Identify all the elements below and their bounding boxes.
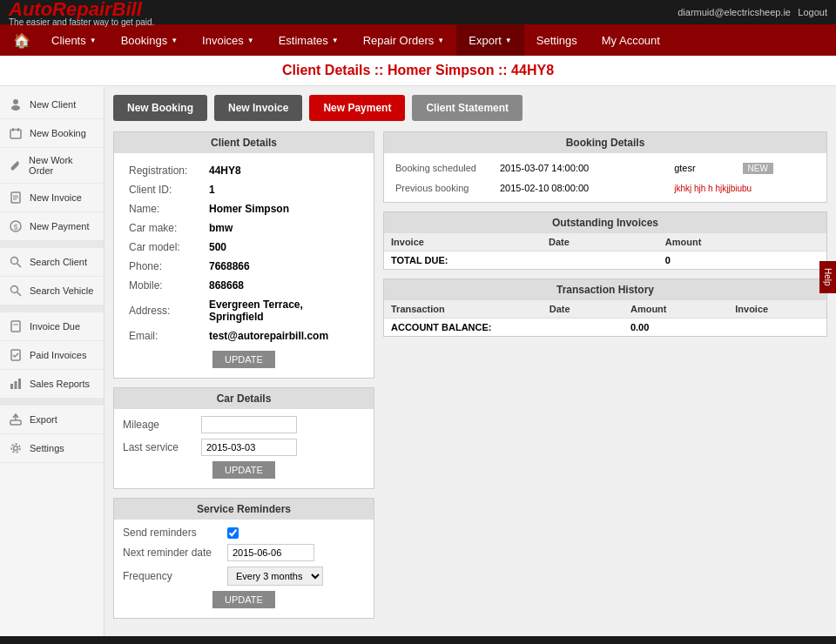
invoices-header-row: Invoice Date Amount (384, 233, 826, 252)
right-side-tab[interactable]: Help (819, 261, 836, 293)
client-details-update-button[interactable]: UPDATE (212, 351, 275, 368)
car-model-row: Car model: 500 (125, 238, 363, 256)
transaction-history-body: Transaction Date Amount Invoice ACCOUNT … (384, 300, 826, 336)
client-details-body: Registration: 44HY8 Client ID: 1 Name: H… (114, 153, 374, 378)
logout-link[interactable]: Logout (798, 7, 827, 17)
new-badge: NEW (743, 163, 773, 174)
car-details-update-button[interactable]: UPDATE (212, 461, 275, 479)
client-id-row: Client ID: 1 (125, 181, 363, 198)
nav-export[interactable]: Export ▼ (456, 24, 524, 56)
last-service-input[interactable] (201, 439, 297, 456)
send-reminders-label: Send reminders (123, 527, 227, 539)
previous-links: jkhkj hjh h hjkjjbiubu (667, 178, 822, 198)
new-booking-button[interactable]: New Booking (113, 95, 207, 121)
client-details-header: Client Details (114, 132, 374, 153)
svg-rect-21 (10, 420, 21, 425)
sidebar-search-client[interactable]: Search Client (0, 248, 104, 277)
account-balance-invoice (728, 319, 826, 337)
account-balance-value: 0.00 (624, 319, 728, 337)
send-reminders-checkbox[interactable] (227, 527, 239, 539)
service-reminders-panel: Service Reminders Send reminders Next re… (113, 498, 374, 619)
previous-label: Previous booking (388, 178, 493, 198)
sidebar-sales-reports[interactable]: Sales Reports (0, 370, 104, 399)
invoices-thead: Invoice Date Amount (384, 233, 826, 252)
nav-clients-label: Clients (51, 34, 86, 47)
sidebar-new-client[interactable]: New Client (0, 91, 104, 119)
nav-clients[interactable]: Clients ▼ (39, 24, 109, 56)
nav-bookings[interactable]: Bookings ▼ (109, 24, 190, 56)
nav-my-account[interactable]: My Account (590, 24, 672, 56)
service-reminders-update-button[interactable]: UPDATE (212, 591, 275, 608)
svg-point-0 (13, 99, 18, 104)
registration-row: Registration: 44HY8 (125, 162, 363, 179)
page-title-text: Client Details :: Homer Simpson :: 44HY8 (282, 63, 554, 77)
name-label: Name: (125, 200, 203, 218)
sidebar-divider-3 (0, 399, 104, 406)
sidebar-paid-invoices[interactable]: Paid Invoices (0, 341, 104, 370)
nav-bar: 🏠 Clients ▼ Bookings ▼ Invoices ▼ Estima… (0, 24, 836, 56)
car-details-panel: Car Details Mileage Last service UPDATE (113, 387, 374, 489)
svg-point-22 (14, 446, 18, 451)
new-payment-button[interactable]: New Payment (309, 95, 405, 121)
outstanding-invoices-body: Invoice Date Amount TOTAL DUE: 0 (384, 233, 826, 269)
nav-repair-orders[interactable]: Repair Orders ▼ (351, 24, 457, 56)
search-client-icon (7, 255, 24, 269)
mileage-label: Mileage (123, 419, 201, 431)
nav-invoices[interactable]: Invoices ▼ (190, 24, 266, 56)
phone-label: Phone: (125, 258, 203, 275)
nav-settings[interactable]: Settings (524, 24, 590, 56)
sidebar-new-client-label: New Client (30, 99, 76, 110)
sidebar-settings[interactable]: Settings (0, 434, 104, 463)
sidebar-new-booking[interactable]: New Booking (0, 119, 104, 148)
new-invoice-button[interactable]: New Invoice (214, 95, 302, 121)
sidebar-paid-invoices-label: Paid Invoices (30, 350, 86, 360)
top-bar: AutoRepairBill The easier and faster way… (0, 0, 836, 24)
address-value: Evergreen Terrace, Springfield (205, 296, 363, 325)
home-button[interactable]: 🏠 (4, 27, 39, 54)
client-details-panel: Client Details Registration: 44HY8 Clien… (113, 131, 374, 379)
invoices-table: Invoice Date Amount TOTAL DUE: 0 (384, 233, 826, 269)
sidebar-new-work-order[interactable]: New Work Order (0, 148, 104, 184)
content-area: New Booking New Invoice New Payment Clie… (104, 86, 836, 636)
sidebar-sales-reports-label: Sales Reports (30, 379, 90, 389)
sidebar-new-payment[interactable]: $ New Payment (0, 212, 104, 241)
mileage-input[interactable] (201, 416, 297, 433)
invoice-due-icon (7, 319, 24, 333)
account-balance-row: ACCOUNT BALANCE: 0.00 (384, 319, 826, 337)
nav-estimates[interactable]: Estimates ▼ (266, 24, 351, 56)
total-due-label: TOTAL DUE: (384, 252, 658, 270)
sidebar-new-invoice[interactable]: New Invoice (0, 184, 104, 212)
main-layout: New Client New Booking New Work Order Ne… (0, 86, 836, 636)
svg-text:$: $ (14, 223, 18, 231)
sidebar-search-vehicle[interactable]: Search Vehicle (0, 277, 104, 305)
transactions-tbody: ACCOUNT BALANCE: 0.00 (384, 319, 826, 337)
sidebar-new-payment-label: New Payment (30, 221, 89, 231)
next-reminder-input[interactable] (227, 544, 314, 561)
logo-container: AutoRepairBill The easier and faster way… (9, 0, 154, 27)
client-statement-button[interactable]: Client Statement (412, 95, 522, 121)
sidebar-export[interactable]: Export (0, 406, 104, 434)
transaction-date-col-header: Date (543, 300, 624, 319)
address-row: Address: Evergreen Terrace, Springfield (125, 296, 363, 325)
booking-details-body: Booking scheduled 2015-03-07 14:00:00 gt… (384, 153, 826, 202)
outstanding-invoices-header: Outstanding Invoices (384, 212, 826, 233)
next-reminder-row: Next reminder date (123, 544, 365, 561)
transaction-history-panel: Transaction History Transaction Date Amo… (383, 278, 827, 337)
svg-rect-20 (18, 379, 21, 389)
transactions-thead: Transaction Date Amount Invoice (384, 300, 826, 319)
transaction-history-header: Transaction History (384, 279, 826, 300)
dollar-icon: $ (7, 219, 24, 233)
sidebar-new-booking-label: New Booking (30, 128, 86, 138)
next-reminder-label: Next reminder date (123, 547, 227, 559)
sidebar: New Client New Booking New Work Order Ne… (0, 86, 104, 636)
send-reminders-row: Send reminders (123, 527, 365, 539)
scheduled-date: 2015-03-07 14:00:00 (493, 158, 667, 178)
doc-icon (7, 191, 24, 205)
sidebar-invoice-due[interactable]: Invoice Due (0, 312, 104, 341)
mileage-row: Mileage (123, 416, 365, 433)
service-reminders-body: Send reminders Next reminder date Freque… (114, 520, 374, 618)
frequency-select[interactable]: Every month Every 2 months Every 3 month… (227, 567, 323, 586)
frequency-label: Frequency (123, 570, 227, 582)
mobile-value: 868668 (205, 277, 363, 294)
scheduled-badge-cell: NEW (736, 158, 822, 178)
